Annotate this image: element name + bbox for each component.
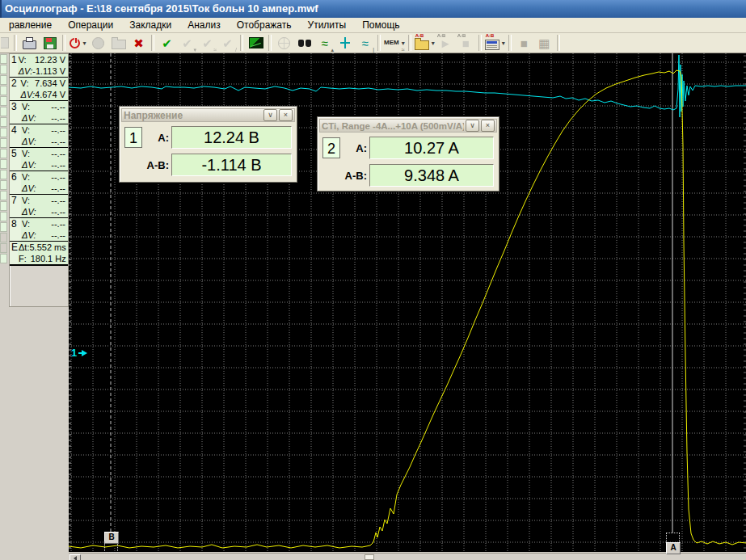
web-icon [278,37,290,49]
timebase-row: EΔt:5.552 msF:180.1 Hz [10,242,68,266]
cursor-a-label: А: [145,132,169,144]
channel-row-4: 4V:--.--ΔV:--.-- [10,124,68,148]
scroll-left-button[interactable] [70,554,81,560]
memory-button[interactable]: MEM≈▾ [384,34,405,52]
ab-list-dropdown[interactable]: ▾ [502,40,505,47]
accept-next-icon: ✔ [182,37,192,49]
toolbar: ▾✖✔✔▾✔≈✔/≈▴≈|MEM≈▾A:B▾A:B►A:B■A:B▾■▦ [0,33,746,53]
ab-list-icon [485,40,499,50]
menu-item-5[interactable]: Утилиты [300,18,355,32]
cursor-a-label: А: [343,142,367,154]
wave-cursor-button[interactable]: ≈| [356,34,374,52]
strip-cell [0,149,7,158]
delete-button[interactable]: ✖ [129,34,148,52]
ab-list-caption: A:B [486,33,495,38]
dv-value: --.-- [51,159,65,171]
dv-label: ΔV: [19,65,33,77]
v-label: V: [22,124,30,136]
prev-doc-button [1,34,11,52]
channel-number: 3 [10,101,21,124]
current-window-titlebar[interactable]: CTi, Range -4A...+10A (500mV/A) ∨ × [319,119,497,133]
strip-cell [0,233,7,242]
v-value: --.-- [51,218,65,229]
send-buffer-button [109,34,128,52]
ab-list-button[interactable]: A:B▾ [485,34,505,52]
save-signal-button[interactable] [40,34,59,52]
accept-wave-sub-icon: ≈ [213,47,217,53]
close-icon[interactable]: × [481,120,495,132]
dv-label: ΔV: [22,229,36,241]
cursor-b-dotted-box[interactable] [104,541,118,553]
channel-number: 5 [10,148,21,171]
save-signal-icon [44,37,57,49]
horizontal-scrollbar[interactable] [69,553,746,560]
close-icon[interactable]: × [279,109,293,121]
channel-number: 7 [10,195,21,217]
v-value: --.-- [51,195,65,206]
menu-item-3[interactable]: Анализ [179,18,229,32]
wave-markers-button[interactable]: ≈▴ [315,34,334,52]
dv-label: ΔV: [22,183,36,194]
menu-item-2[interactable]: Закладки [121,18,179,32]
memory-sub-icon: ≈ [402,47,405,53]
measure-row: А-В: -1.114 В [124,153,292,177]
cursor-a-handle[interactable]: A [666,542,681,554]
strip-cell [0,191,7,200]
start-stop-button[interactable]: ▾ [69,34,87,52]
strip-cell [0,86,7,95]
strip-cell [0,254,7,263]
current-window-title: CTi, Range -4A...+10A (500mV/A) [322,121,464,131]
menu-item-0[interactable]: равление [1,18,60,32]
channel-row-7: 7V:--.--ΔV:--.-- [10,195,68,218]
dv-value: 4.674 V [35,89,65,100]
v-value: --.-- [51,124,65,136]
ab-open-button[interactable]: A:B▾ [415,34,435,52]
title-bar[interactable]: Осциллограф - E:\18 сентября 2015\Ток бо… [0,0,746,18]
accept-button[interactable]: ✔ [158,34,176,52]
wave-markers-sub-icon: ▴ [331,47,334,53]
v-value: --.-- [51,171,65,183]
strip-cell [0,65,7,74]
delete-icon: ✖ [133,37,144,49]
xy-mode-button[interactable] [247,34,265,52]
v-label: V: [19,54,27,65]
dv-value: --.-- [51,136,65,147]
menu-item-6[interactable]: Помощь [354,18,407,32]
scrollbar-thumb[interactable] [365,554,374,560]
cursor-tool-button[interactable] [335,34,354,52]
channel-row-5: 5V:--.--ΔV:--.-- [10,148,68,171]
trigger-arrow-icon [82,350,87,356]
start-stop-dropdown[interactable]: ▾ [82,40,86,47]
dv-value: --.-- [51,206,65,217]
menu-bar: равлениеОперацииЗакладкиАнализОтображать… [0,18,746,33]
cursor-ab-label: А-В: [124,159,169,171]
collapse-icon[interactable]: ∨ [263,109,277,121]
channel1-zero-marker[interactable]: 1 [71,347,87,359]
channel1-zero-label: 1 [71,347,77,359]
ab-play-caption: A:B [437,33,446,38]
menu-item-4[interactable]: Отображать [229,18,300,32]
strip-cell [0,138,7,148]
menu-item-1[interactable]: Операции [60,18,121,32]
dv-label: ΔV: [22,136,36,147]
channel-number: 1 [10,54,18,77]
search-button[interactable] [295,34,314,52]
record-button [89,34,107,52]
toolbar-separator [408,35,411,51]
current-measure-window: CTi, Range -4A...+10A (500mV/A) ∨ × 2 А:… [317,116,499,192]
memory-dropdown[interactable]: ▾ [402,40,405,47]
panel-flat-button[interactable]: ■ [515,34,533,52]
channel-row-2: 2V:7.634 VΔV:4.674 V [10,78,68,101]
dv-label: ΔV: [22,159,36,171]
panel-flat-icon: ■ [521,37,528,49]
measure-row: 2 А: 10.27 A [322,136,494,160]
print-button[interactable] [20,34,39,52]
f-label: F: [19,253,27,264]
voltage-window-titlebar[interactable]: Напряжение ∨ × [121,108,295,122]
panel-grid-button[interactable]: ▦ [535,34,554,52]
collapse-icon[interactable]: ∨ [466,120,479,132]
toolbar-separator [508,35,512,51]
dv-label: ΔV: [22,112,36,124]
accept-icon: ✔ [162,37,172,49]
ab-open-dropdown[interactable]: ▾ [432,40,435,47]
